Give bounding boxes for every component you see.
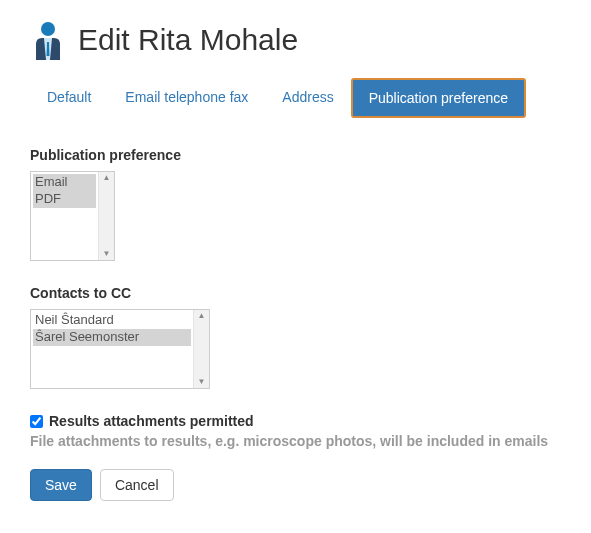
option-email[interactable]: Email bbox=[33, 174, 96, 191]
scroll-up-icon[interactable]: ▲ bbox=[198, 312, 206, 320]
tab-default[interactable]: Default bbox=[30, 78, 108, 118]
scrollbar[interactable]: ▲ ▼ bbox=[193, 310, 209, 388]
svg-point-0 bbox=[41, 22, 55, 36]
contacts-cc-field: Contacts to CC Neil Ŝtandard Ŝarel Seemo… bbox=[30, 285, 561, 389]
publication-preference-select[interactable]: Email PDF ▲ ▼ bbox=[30, 171, 115, 261]
tab-email-telephone-fax[interactable]: Email telephone fax bbox=[108, 78, 265, 118]
cancel-button[interactable]: Cancel bbox=[100, 469, 174, 501]
publication-preference-field: Publication preference Email PDF ▲ ▼ bbox=[30, 147, 561, 261]
page-header: Edit Rita Mohale bbox=[30, 20, 561, 60]
option-pdf[interactable]: PDF bbox=[33, 191, 96, 208]
scroll-down-icon[interactable]: ▼ bbox=[103, 250, 111, 258]
tabs: Default Email telephone fax Address Publ… bbox=[30, 78, 561, 119]
button-row: Save Cancel bbox=[30, 469, 561, 501]
scroll-up-icon[interactable]: ▲ bbox=[103, 174, 111, 182]
option-sarel-seemonster[interactable]: Ŝarel Seemonster bbox=[33, 329, 191, 346]
contacts-cc-label: Contacts to CC bbox=[30, 285, 561, 301]
user-icon bbox=[30, 20, 66, 60]
scrollbar[interactable]: ▲ ▼ bbox=[98, 172, 114, 260]
results-attachments-checkbox[interactable] bbox=[30, 415, 43, 428]
save-button[interactable]: Save bbox=[30, 469, 92, 501]
tab-address[interactable]: Address bbox=[265, 78, 350, 118]
scroll-down-icon[interactable]: ▼ bbox=[198, 378, 206, 386]
results-attachments-label: Results attachments permitted bbox=[49, 413, 254, 429]
page-title: Edit Rita Mohale bbox=[78, 23, 298, 57]
tab-publication-preference[interactable]: Publication preference bbox=[351, 78, 526, 118]
contacts-cc-select[interactable]: Neil Ŝtandard Ŝarel Seemonster ▲ ▼ bbox=[30, 309, 210, 389]
option-neil-standard[interactable]: Neil Ŝtandard bbox=[33, 312, 191, 329]
publication-preference-label: Publication preference bbox=[30, 147, 561, 163]
results-attachments-row: Results attachments permitted bbox=[30, 413, 561, 429]
results-attachments-help: File attachments to results, e.g. micros… bbox=[30, 433, 561, 449]
